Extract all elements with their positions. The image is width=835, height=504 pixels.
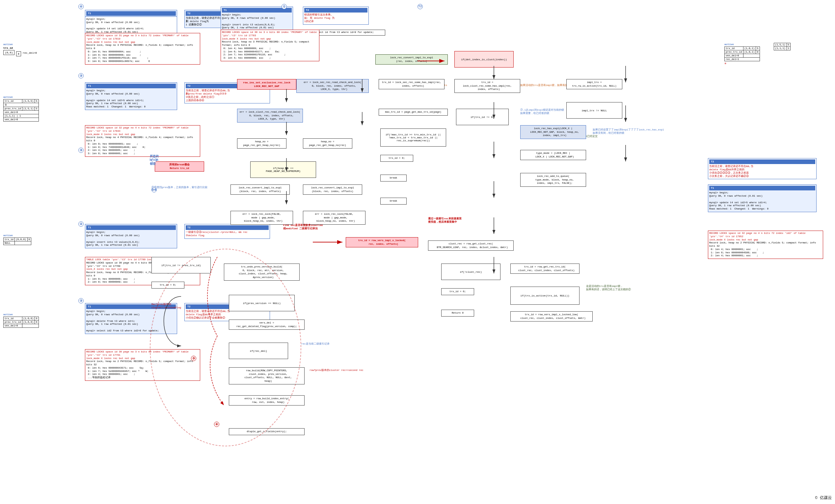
diamond-rec-del: if(rec_del) xyxy=(229,343,288,359)
t2-far-right: T2 当前活之前，请查记录还不符合&&,当 delete flag是&&外界之前… xyxy=(708,158,817,179)
circle-2: ② xyxy=(78,221,84,227)
lock-rec-has-expl: lock_rec_has_expl(LOCK_X | LOCK_REC_NOT_… xyxy=(520,125,586,139)
lock-sec-rec: err = lock_sec_rec_read_check_and_lock( … xyxy=(296,79,369,93)
ann-71: ⑦.1从impl到expl锁还是对当前的锁如果需要，给已经签的锁 xyxy=(520,109,564,115)
ann-row-prev: row?prev版本的cluster rec=>second rec xyxy=(309,369,364,372)
arrow-find-out xyxy=(313,237,346,248)
clust-rec-box: clust_rec = row_get_clust_rec( BTR_SEARC… xyxy=(428,240,514,251)
circle-1: ① xyxy=(282,4,287,9)
trx-id-lock-clust: trx_id = lock_clust_rec_some_has_impl(re… xyxy=(454,79,520,93)
row-vers-impl-low: trx_id = row_vers_impl_x_locked_low( clu… xyxy=(510,311,593,322)
trx-id-zero-1: trx_id = 0; xyxy=(380,155,413,162)
entry-row-build: entry = row_build_index_entry( row, ext,… xyxy=(229,395,305,405)
lock-rec-convert-1: lock_rec_convert_impl_to_expl (block, re… xyxy=(230,184,290,195)
t1-far-right: T1 mysql> begin; Query OK, 0 rows affect… xyxy=(708,184,817,212)
diamond-trxid-zero: if(trx_id != 0) xyxy=(456,109,509,125)
err-lock-rec-2: err = lock_rec_lock(FALSE, mode | gap_mo… xyxy=(303,211,365,225)
t1-section2: T1 mysql> begin; Query OK, 0 rows affect… xyxy=(85,224,177,248)
row-ins-set-exclusive: row_ins_set_exclusive_rec_lock LOCK_REC_… xyxy=(237,79,296,89)
trx-table-1: active trx_id (8,8) 8 rec_del=0 xyxy=(3,43,37,56)
ann-cluster-index: 通过一级索引rec来前基索里查找值，然后来索里集中 xyxy=(428,217,462,224)
t1-center-top: T1 mysql> begin; Query OK, 0 rows affect… xyxy=(221,6,293,31)
trx-table-bottom: active trx_id(1,6,6)6 prev_trx_id(1,6,6)… xyxy=(3,313,39,328)
diamond-prev-version: if(prev_version == NULL) xyxy=(229,295,295,311)
circle-3c: ③ xyxy=(78,298,84,303)
circle-t2-top: T2 xyxy=(418,4,423,9)
return-zero: Return 0 xyxy=(441,310,474,317)
circle-3-undo: ③ xyxy=(191,356,196,361)
trx-rw-active: impl_trx = trx_rw_is_active(trx_id, NULL… xyxy=(566,79,622,89)
trx-id-lock-sec: trx_id = lock_sec_rec_some_has_impl(rec,… xyxy=(379,79,445,89)
diamond-impl-trx: impl_trx != NULL xyxy=(566,102,622,119)
diamond-trx-active: if(trx_is_active(trx_id, NULL)) xyxy=(510,287,579,305)
ann-impl-lock: 如果已经设置了了impl到expl了了了了lock_rec_has_expl如果… xyxy=(593,128,664,135)
record-locks-center: RECORD LOCKS space id 30 no 3 n bits 80 … xyxy=(221,29,319,61)
trx-table-2: active trx_id(9,8,8)8 NULL xyxy=(3,234,31,245)
row-vers-impl-locked: trx_id = row_vers_impl_x_locked( rec, in… xyxy=(346,237,418,247)
circle-56b: 所有的break都会 xyxy=(151,158,157,163)
trx-id-zero-3: trx_id = 0; xyxy=(151,282,184,288)
record-locks-top: RECORD LOCKS space id 31 page no 3 n bit… xyxy=(85,33,200,64)
ann-rec-prev: Rec?prev版本的cluster//deletedFlag xyxy=(151,303,201,310)
trx-table-3: active trx_id(1,5,5)5 ⑤ prev_trx_id(1,5,… xyxy=(3,96,39,122)
ann-active-trx2: 这是活动的trx是否有impl锁，如果有的话，说明已经上了这次锁的② xyxy=(586,285,631,291)
max-trx-id: max_trx_id = page_get_max_trx_id(page) xyxy=(379,109,448,116)
vers-del: vers_del = rec_get_deleted_flag(prev_ver… xyxy=(229,320,305,330)
diamond-trxid-check: if(!max_trx_id >= trx_min_trx_id ||!max_… xyxy=(380,128,446,146)
heap-no-2: heap_no = page_rec_get_heap_no(rec) xyxy=(303,138,352,148)
record-locks-bottom: RECORD LOCKS space id 30 page no 3 n bit… xyxy=(85,349,200,381)
lock-rec-add-queue: lock_rec_add_to_queue( type_mode, block,… xyxy=(520,173,586,187)
type-mode: type_mode = (LOCK_REC | LOCK_X | LOCK_RE… xyxy=(520,150,586,160)
diamond-clust-index: if(det_index_is_clust(index)) xyxy=(454,51,514,67)
trx-id-row-get: trx_id = row_get_rec_trx_id( clust_rec, … xyxy=(510,264,579,274)
lock-rec-convert-top-right: lock_rec_convert_impl_to_expl (rec, inde… xyxy=(375,54,448,64)
t2-center-top: T2 错误的帮索引这次务乘, 如: 有 delete flag 为 1的记录 xyxy=(303,6,369,25)
break-1: break xyxy=(380,175,407,182)
record-locks-3: RECORD LOCKS space id 32 page no 4 n bit… xyxy=(85,125,200,157)
ann-56: ⑤⑥查找prev版本，之前的版本，索引进行比较 xyxy=(151,186,207,189)
diamond-heap-supremum: if(heap_no ==PAGE_HEAP_NO_SUPREMUM) xyxy=(250,161,316,178)
t2-section2: T2 一级索引②③recv(cluster-rprev=NULL, && rec… xyxy=(184,224,270,239)
heap-no-1: heap_no = page_rec_get_heap_no(rec) xyxy=(237,138,286,148)
diamond-prev-trx: if(trx_id != prev_trx_id) xyxy=(151,257,211,274)
main-canvas: ① ④ ③ ③ ② ③ ⑤⑥ 所有的break都会 T2 T1 mysql> b… xyxy=(0,0,835,504)
trx-id-zero-2: trx_id = 0; xyxy=(441,288,474,295)
ann-rec-cluster: rec是当前二级索引记录 xyxy=(301,343,330,346)
return-trx-id-box: 所有的break都会 Return trx_id xyxy=(155,161,204,172)
lock-rec-convert-2: lock_rec_convert_impl_to_expl (block, re… xyxy=(303,184,362,195)
lock-clust-rec: err = lock_clust_rec_read_check_and_lock… xyxy=(237,109,303,123)
trx-undo-prev: trx_undo_prev_version_build( 0, block, r… xyxy=(224,264,300,281)
trx-table-right-2: (1,5,1)5 (1,1,1)1 xyxy=(774,43,791,51)
circle-4-undo: ④ xyxy=(214,422,219,427)
err-lock-rec-1: err = lock_rec_lock(FALSE, mode | gap_mo… xyxy=(230,211,293,225)
circle-3b: ③ xyxy=(78,147,84,153)
ann-find-out: Find out是否有该款务inserted或modified 二级索引记录法 xyxy=(283,224,323,230)
break-2: break xyxy=(380,198,407,205)
row-build: row_build(ROW_COPY_POINTERS, clust_index… xyxy=(229,367,305,384)
circle-56: ⑤⑥ xyxy=(151,187,157,193)
dtuple-get: dtuple_get_n_fields(entry); xyxy=(229,428,305,435)
record-locks-far-right: RECORD LOCKS space id 32 page no 4 n bit… xyxy=(708,230,823,259)
circle-3: ③ xyxy=(78,73,84,78)
t1-section3-log: T1 mysql> begin; Query OK, 0 rows affect… xyxy=(85,82,177,110)
circle-4-top: ④ xyxy=(78,4,84,9)
trx-table-right-1: active trx_id(1,8,1)5 prev_trx_id(1,8,1)… xyxy=(725,43,760,65)
watermark: © 亿谋云 xyxy=(815,495,832,501)
diamond-clust-rec: if(!clust_rec) xyxy=(441,264,501,280)
